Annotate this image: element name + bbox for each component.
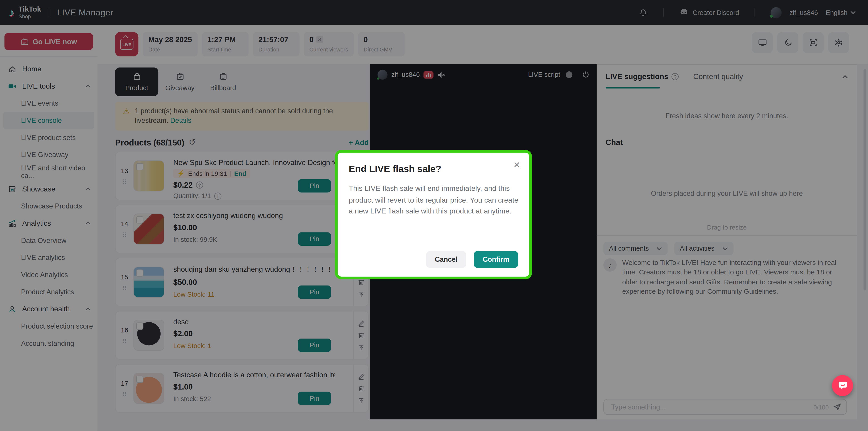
live-manager-app: ♪ TikTok Shop LIVE Manager Creator Disco… [0,0,868,431]
support-chat-fab[interactable] [832,375,853,396]
cancel-button[interactable]: Cancel [426,251,466,268]
confirm-button[interactable]: Confirm [474,251,518,268]
chat-bubble-icon [837,381,847,391]
end-flash-sale-modal: End LIVE flash sale? ✕ This LIVE flash s… [335,150,532,279]
modal-title: End LIVE flash sale? [349,164,518,175]
close-icon[interactable]: ✕ [514,160,520,169]
modal-body-text: This LIVE flash sale will end immediatel… [349,183,522,217]
